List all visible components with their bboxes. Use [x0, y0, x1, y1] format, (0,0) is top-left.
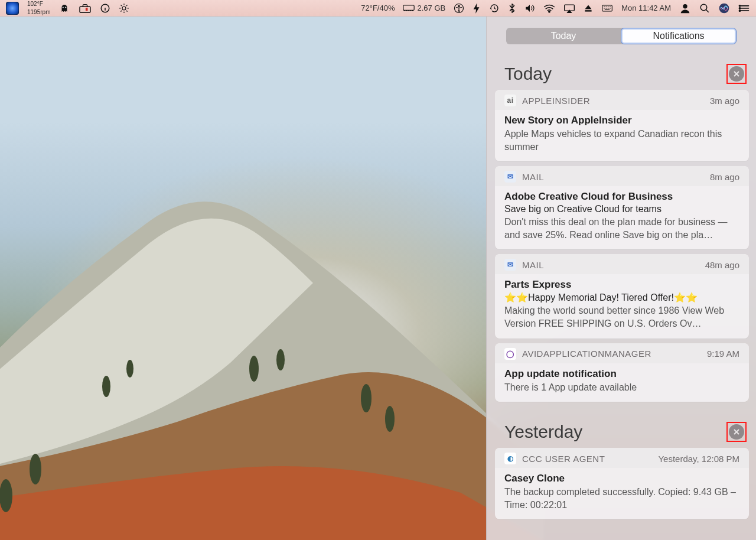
svg-point-7: [122, 6, 126, 10]
user-icon[interactable]: [678, 3, 692, 14]
istat-chip-icon[interactable]: [5, 2, 20, 15]
svg-point-35: [249, 356, 259, 382]
card-title: App update notification: [504, 368, 739, 380]
svg-point-34: [126, 360, 133, 378]
close-icon: [732, 70, 741, 78]
card-time: 48m ago: [705, 260, 739, 270]
eject-icon[interactable]: [582, 4, 594, 13]
ram-icon: [403, 4, 415, 12]
app-icon-mail: ✉︎: [504, 171, 516, 183]
svg-line-13: [127, 11, 128, 11]
svg-rect-16: [403, 5, 414, 10]
card-app-name: AVIDAPPLICATIONMANAGER: [522, 349, 651, 359]
nc-segmented-control: Today Notifications: [506, 28, 737, 44]
card-time: 3m ago: [710, 96, 739, 106]
app-icon-mail: ✉︎: [504, 259, 516, 271]
card-title: Parts Express: [504, 279, 739, 291]
notification-center-panel: Today Notifications Today: [486, 17, 756, 540]
card-time: 8m ago: [710, 172, 739, 182]
mountain-illustration: [0, 91, 543, 540]
notification-card[interactable]: ✉︎ MAIL 48m ago Parts Express ⭐⭐Happy Me…: [495, 254, 749, 338]
tab-today-label: Today: [551, 31, 576, 41]
svg-point-30: [739, 5, 740, 6]
bluetooth-icon[interactable]: [507, 3, 517, 14]
tab-notifications-label: Notifications: [653, 31, 704, 41]
notification-card[interactable]: ✉︎ MAIL 8m ago Adobe Creative Cloud for …: [495, 166, 749, 249]
notification-card[interactable]: ◐ CCC USER AGENT Yesterday, 12:08 PM Cas…: [495, 448, 749, 519]
timemachine-icon[interactable]: [488, 3, 501, 14]
tab-today[interactable]: Today: [506, 28, 621, 44]
keyboard-layout-icon[interactable]: [600, 4, 614, 13]
istat-temp: 102°F: [27, 1, 43, 7]
svg-point-1: [66, 6, 67, 8]
airplay-icon[interactable]: [562, 4, 576, 13]
memory-indicator[interactable]: 2.67 GB: [402, 4, 447, 12]
card-body-text: Making the world sound better since 1986…: [504, 304, 739, 330]
svg-rect-3: [86, 8, 88, 11]
card-body-text: The backup completed successfully. Copie…: [504, 486, 739, 511]
ram-text: 2.67 GB: [417, 4, 445, 12]
svg-point-39: [30, 454, 41, 484]
brightness-icon[interactable]: [118, 3, 131, 14]
ghost-icon[interactable]: [57, 3, 71, 14]
notification-card[interactable]: ◯ AVIDAPPLICATIONMANAGER 9:19 AM App upd…: [495, 343, 749, 402]
menubar: 102°F 1195rpm 72°F/40% 2.67 GB: [0, 0, 756, 17]
clear-today-button[interactable]: [729, 66, 744, 82]
card-body-text: Don't miss this deal on the plan made fo…: [504, 216, 739, 241]
spotlight-icon[interactable]: [698, 3, 711, 14]
clear-yesterday-button[interactable]: [729, 424, 744, 440]
card-title: Adobe Creative Cloud for Business: [504, 191, 739, 203]
card-app-name: CCC USER AGENT: [522, 454, 605, 464]
istat-temps[interactable]: 102°F 1195rpm: [26, 1, 51, 15]
card-time: 9:19 AM: [707, 349, 739, 359]
svg-line-12: [121, 5, 122, 5]
accessibility-icon[interactable]: [452, 3, 465, 14]
card-body-text: Apple Maps vehicles to expand Canadian r…: [504, 128, 739, 153]
volume-icon[interactable]: [523, 4, 536, 13]
svg-point-23: [683, 4, 687, 8]
svg-point-18: [458, 5, 460, 6]
notification-center-icon[interactable]: [737, 4, 751, 13]
close-icon: [732, 428, 741, 436]
svg-point-31: [739, 7, 740, 8]
card-app-name: MAIL: [522, 172, 544, 182]
weather-text[interactable]: 72°F/40%: [360, 4, 396, 12]
info-icon[interactable]: [99, 3, 112, 14]
istat-rpm: 1195rpm: [27, 9, 50, 15]
highlight-box: [726, 64, 747, 84]
app-icon-avid: ◯: [504, 348, 516, 360]
card-title: Casey Clone: [504, 473, 739, 484]
nc-body[interactable]: Today ai APPLEINSIDER 3m ago: [487, 56, 756, 540]
svg-point-33: [102, 376, 110, 397]
card-app-name: APPLEINSIDER: [522, 96, 590, 106]
svg-point-36: [276, 349, 285, 370]
wifi-icon[interactable]: [542, 4, 556, 13]
svg-line-25: [706, 9, 709, 12]
notification-card[interactable]: ai APPLEINSIDER 3m ago New Story on Appl…: [495, 90, 749, 161]
card-subtitle: ⭐⭐Happy Memorial Day! Tiered Offer!⭐⭐: [504, 292, 739, 303]
svg-line-14: [121, 11, 122, 11]
svg-point-24: [700, 4, 707, 11]
cards-today: ai APPLEINSIDER 3m ago New Story on Appl…: [494, 90, 750, 402]
tab-notifications[interactable]: Notifications: [621, 28, 737, 44]
lightning-icon[interactable]: [471, 3, 482, 14]
clock-text[interactable]: Mon 11:42 AM: [620, 4, 672, 12]
svg-point-40: [0, 479, 12, 512]
siri-icon[interactable]: [717, 2, 731, 14]
cards-yesterday: ◐ CCC USER AGENT Yesterday, 12:08 PM Cas…: [494, 448, 750, 519]
svg-point-37: [361, 384, 372, 412]
svg-line-15: [127, 5, 128, 5]
svg-rect-21: [585, 10, 592, 11]
svg-point-32: [739, 10, 740, 11]
nc-tabs: Today Notifications: [487, 17, 756, 56]
toolbox-icon[interactable]: [77, 3, 93, 14]
app-icon-ccc: ◐: [504, 453, 516, 464]
svg-point-19: [549, 11, 550, 12]
svg-rect-2: [80, 6, 90, 12]
section-head-today: Today: [494, 56, 750, 90]
section-title-today: Today: [504, 64, 552, 84]
section-head-yesterday: Yesterday: [494, 414, 750, 448]
card-time: Yesterday, 12:08 PM: [658, 454, 739, 464]
app-icon-appleinsider: ai: [504, 95, 516, 106]
card-title: New Story on AppleInsider: [504, 115, 739, 126]
